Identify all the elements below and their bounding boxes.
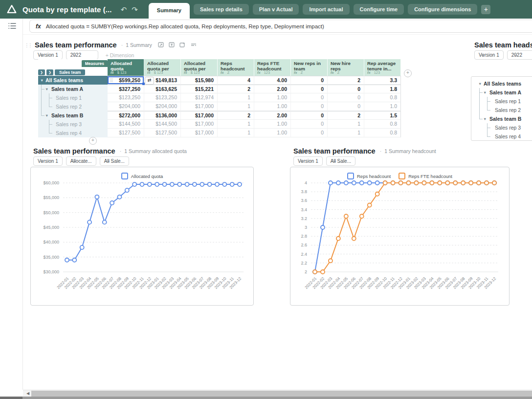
cell[interactable]: 0.8 [364,120,401,129]
filter-icon[interactable] [169,42,175,48]
horizontal-scrollbar[interactable]: ◀ [23,390,532,397]
cell[interactable]: 1.00 [254,120,291,129]
cell[interactable]: $204,000 [144,102,181,111]
cell[interactable]: $149,813⇄ [144,76,181,85]
tab-configure-time[interactable]: Configure time [354,4,404,15]
cell[interactable]: 0.8 [364,93,401,102]
chart-filter-dropdown[interactable]: All Sale...▼ [326,156,355,166]
formula-bar[interactable]: fx Allocated quota = SUMBY(Rep workings.… [29,20,532,33]
cell[interactable]: $127,500 [144,129,181,137]
cell[interactable]: 0 [328,93,364,102]
column-header-6[interactable]: New reps in team fxZ [291,59,328,76]
add-dimension-button[interactable]: + Dimension [106,52,134,58]
chart-filter-dropdown[interactable]: Version 1▼ [33,156,63,166]
cell[interactable]: 0 [291,120,328,129]
row-header[interactable]: Sales rep 3 [38,120,108,129]
cell[interactable]: 2.00 [254,85,291,93]
cell[interactable]: 2 [218,85,254,93]
column-header-1[interactable]: Allocated quota fx$ 123 [108,59,144,76]
tree-item[interactable]: Sales rep 3 [476,123,532,132]
version-dropdown[interactable]: Version 1▼ [33,50,63,60]
cell[interactable]: 0.8 [364,129,401,137]
column-header-3[interactable]: Allocated quota per re... fx$ 123 [181,59,218,76]
cell[interactable]: 0 [291,85,328,93]
version-dropdown[interactable]: Version 1▼ [474,50,504,60]
dimension-tag[interactable]: Sales team [55,69,85,75]
cell[interactable]: $136,000 [144,111,181,120]
cell[interactable]: $204,000 [108,102,144,111]
cell[interactable]: 3.3 [364,76,401,85]
cell[interactable]: $327,250 [108,85,144,93]
undo-icon[interactable]: ↶ [121,6,127,13]
cell[interactable]: 1.00 [254,102,291,111]
tree-item[interactable]: ▼Sales team A [476,88,532,97]
cell[interactable]: 1 [218,102,254,111]
cell[interactable]: $272,000 [108,111,144,120]
cell[interactable]: 1 [328,129,364,137]
cell[interactable]: 1 [328,120,364,129]
year-dropdown[interactable]: 2022▼ [66,50,98,60]
chart1-title[interactable]: Sales team performance [33,147,115,155]
cell[interactable]: 2 [328,111,364,120]
chart-filter-dropdown[interactable]: Allocate...▼ [66,156,96,166]
cell[interactable]: 1 [218,129,254,137]
add-column-button[interactable]: + [404,69,412,77]
trace-dependency-button[interactable]: ⇄ [145,77,154,85]
cell[interactable]: $123,250 [144,93,181,102]
row-header[interactable]: ▼All Sales teams [38,76,108,85]
redo-icon[interactable]: ↷ [132,6,138,13]
cell[interactable]: 1.00 [254,93,291,102]
cell[interactable]: 0 [291,76,328,85]
cell[interactable]: 2 [218,111,254,120]
tree-item[interactable]: ▼All Sales teams [476,79,532,88]
cell[interactable]: $163,625 [144,85,181,93]
document-title[interactable]: Quota by rep template (... [22,5,112,14]
tab-sales-rep-details[interactable]: Sales rep details [194,4,249,15]
column-header-8[interactable]: Rep average tenure in... fx123 [364,59,401,76]
tab-configure-dimensions[interactable]: Configure dimensions [408,4,477,15]
cell[interactable]: 0 [291,111,328,120]
column-header-4[interactable]: Reps headcount fxZ [218,59,254,76]
tab-plan-v-actual[interactable]: Plan v Actual [253,4,299,15]
cell[interactable]: 0 [328,102,364,111]
chart-filter-dropdown[interactable]: All Sale...▼ [100,156,129,166]
outline-list-icon[interactable] [8,22,16,29]
column-header-2[interactable]: Allocated quota per rep fx$ 123 [144,59,181,76]
cell[interactable]: 0 [291,102,328,111]
cell[interactable]: 2.00 [254,111,291,120]
cell[interactable]: 1 [218,120,254,129]
expand-caret-icon[interactable]: ▼ [483,117,487,121]
table-title[interactable]: Sales team performance [35,41,117,49]
tab-summary[interactable]: Summary [149,3,190,19]
expand-caret-icon[interactable]: ▼ [478,82,482,86]
legend-item[interactable]: Allocated quota [121,173,163,179]
legend-item[interactable]: Reps headcount [347,173,391,179]
cell[interactable]: $17,000 [181,111,218,120]
expand-caret-icon[interactable]: ▼ [40,78,44,83]
cell[interactable]: 0 [291,129,328,137]
add-row-button[interactable]: + [89,137,97,145]
rows-icon[interactable] [190,42,197,48]
cell[interactable]: 4 [218,76,254,85]
add-tab-button[interactable]: + [481,5,490,14]
expand-caret-icon[interactable]: ▼ [483,90,487,95]
cell[interactable]: $144,500 [108,120,144,129]
selected-cell[interactable]: $599,250 [108,76,144,85]
cell[interactable]: $12,974 [181,93,218,102]
cell[interactable]: 1.5 [364,111,401,120]
cell[interactable]: $17,000 [181,129,218,137]
cell[interactable]: $144,500 [144,120,181,129]
cell[interactable]: 0 [291,93,328,102]
cell[interactable]: $127,500 [108,129,144,137]
row-header[interactable]: Sales rep 4 [38,129,108,137]
side-panel-title[interactable]: Sales team heads [474,41,532,49]
tree-item[interactable]: ▼Sales team B [476,114,532,123]
expand-columns-button[interactable]: ❯ [38,69,45,75]
row-header[interactable]: Sales rep 2 [38,102,108,111]
cell[interactable]: 4.00 [254,76,291,85]
expand-rows-button[interactable]: ❯ [46,69,53,75]
row-header[interactable]: ▼Sales team B [38,111,108,120]
legend-item[interactable]: Reps FTE headcount [399,173,452,179]
tree-item[interactable]: Sales rep 2 [476,106,532,114]
column-header-5[interactable]: Reps FTE headcount fx123 [254,59,291,76]
